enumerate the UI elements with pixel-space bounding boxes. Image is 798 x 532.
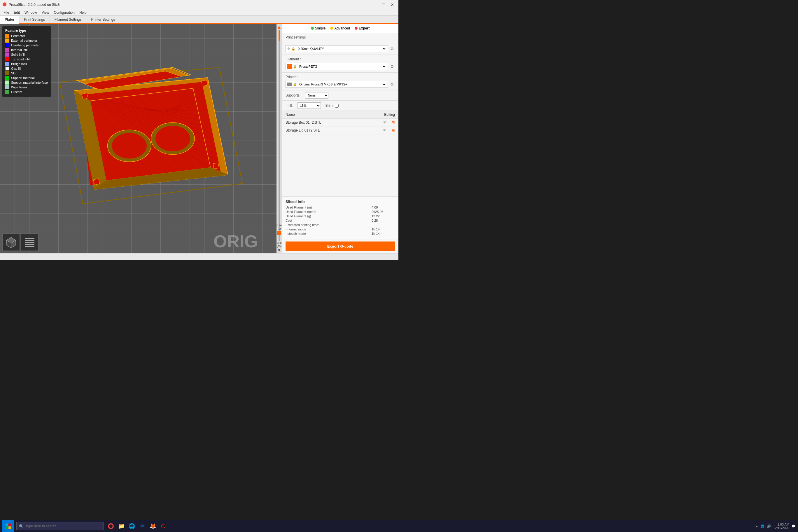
svg-rect-36 — [202, 80, 208, 86]
mode-expert[interactable]: Expert — [355, 26, 369, 30]
sliced-key-3: Cost — [286, 219, 372, 222]
sliced-row-5: - normal mode 1h 14m — [286, 228, 395, 231]
scale-bottom-sub: (1) — [277, 227, 282, 230]
sliced-info-title: Sliced Info — [286, 200, 395, 204]
svg-text:ORIG: ORIG — [213, 232, 258, 251]
sliced-val-5: 1h 14m — [372, 228, 395, 231]
printer-icon — [287, 82, 292, 86]
viewport-background: Feature type Perimeter External perimete… — [0, 24, 282, 253]
print-settings-select[interactable]: 0.20mm QUALITY — [297, 45, 386, 52]
print-settings-section: Print settings : ⚙ 🔒 0.20mm QUALITY ⚙ — [282, 33, 398, 55]
infill-select[interactable]: 15% — [298, 102, 321, 109]
tab-printer-settings[interactable]: Printer Settings — [86, 16, 120, 23]
filament-label: Filament : — [286, 57, 306, 61]
scale-up-arrow[interactable]: ▲ — [277, 24, 282, 30]
mode-simple[interactable]: Simple — [311, 26, 326, 30]
layers-icon-box[interactable] — [21, 233, 38, 251]
printer-label: Printer : — [286, 75, 306, 79]
bottom-icons — [2, 233, 38, 251]
statusbar — [0, 253, 398, 260]
svg-rect-47 — [25, 238, 34, 239]
object-eye-icon-1[interactable]: 👁 — [383, 120, 387, 125]
brim-checkbox[interactable] — [335, 104, 339, 108]
printer-section: Printer : 🔒 Original Prusa i3 MK3S & MK3… — [282, 73, 398, 90]
main-layout: Feature type Perimeter External perimete… — [0, 24, 398, 253]
menu-edit[interactable]: Edit — [12, 10, 22, 15]
tab-plater[interactable]: Plater — [0, 16, 19, 24]
name-column-header: Name — [286, 113, 295, 117]
editing-column-header: Editing — [384, 113, 395, 117]
filament-gear-button[interactable]: ⚙ — [389, 63, 395, 70]
mode-selector: Simple Advanced Expert — [282, 24, 398, 33]
sliced-row-4: Estimated printing time: — [286, 223, 395, 227]
export-gcode-button[interactable]: Export G-code — [286, 242, 395, 251]
sliced-row-0: Used Filament (m) 4.00 — [286, 206, 395, 209]
sliced-info-section: Sliced Info Used Filament (m) 4.00 Used … — [282, 196, 398, 239]
object-edit-icon-1[interactable]: ⊞ — [392, 120, 395, 125]
objects-table: Name Editing Storage Box 01 r2.STL 👁 ⊞ S… — [282, 111, 398, 196]
printer-select[interactable]: Original Prusa i3 MK3S & MK3S+ — [298, 81, 386, 88]
object-row-1[interactable]: Storage Box 01 r2.STL 👁 ⊞ — [282, 119, 398, 127]
simple-dot — [311, 27, 314, 30]
supports-label: Supports: — [286, 93, 300, 97]
object-name-1: Storage Box 01 r2.STL — [286, 120, 383, 125]
viewport[interactable]: Feature type Perimeter External perimete… — [0, 24, 282, 253]
filament-color-swatch — [287, 64, 292, 69]
scale-indicator — [277, 231, 281, 235]
svg-rect-38 — [93, 179, 99, 185]
sliced-key-6: - stealth mode — [286, 232, 372, 235]
cube-icon-box[interactable] — [2, 233, 20, 251]
maximize-button[interactable]: ❐ — [380, 2, 387, 7]
close-button[interactable]: ✕ — [388, 2, 396, 7]
brim-label: Brim: — [325, 103, 334, 108]
scale-down-arrow[interactable]: ▼ — [277, 248, 281, 253]
sliced-row-1: Used Filament (mm³) 9625.26 — [286, 210, 395, 213]
filament-select[interactable]: Prusa PETG — [298, 63, 386, 70]
sliced-val-6: 1h 14m — [372, 232, 395, 235]
filament-label-row: Filament : — [286, 57, 395, 61]
infill-brim-row: Infill: 15% Brim: — [282, 101, 398, 111]
mode-advanced[interactable]: Advanced — [330, 26, 350, 30]
print-settings-lock-icon: 🔒 — [291, 47, 296, 51]
expert-label: Expert — [359, 26, 369, 30]
tab-filament-settings[interactable]: Filament Settings — [50, 16, 87, 23]
minimize-button[interactable]: — — [371, 2, 379, 7]
print-settings-gear-button[interactable]: ⚙ — [389, 46, 395, 52]
menu-help[interactable]: Help — [77, 10, 89, 15]
object-row-2[interactable]: Storage Lid 01 r2.STL 👁 ⊞ — [282, 127, 398, 134]
object-edit-icon-2[interactable]: ⊞ — [392, 128, 395, 133]
svg-rect-49 — [25, 242, 34, 243]
tabbar: Plater Print Settings Filament Settings … — [0, 16, 398, 24]
brim-container: Brim: — [325, 103, 339, 108]
menu-window[interactable]: Window — [22, 10, 39, 15]
scale-bottom-value: 0.20 — [277, 224, 282, 227]
scale-top-value: 18.60 — [277, 242, 282, 245]
titlebar: 🔴 PrusaSlicer-2.2.0 based on Slic3r — ❐ … — [0, 0, 398, 10]
menu-configuration[interactable]: Configuration — [52, 10, 77, 15]
3d-model: ORIG — [0, 24, 282, 253]
filament-section: Filament : 🔒 Prusa PETG ⚙ — [282, 55, 398, 73]
svg-rect-37 — [213, 163, 219, 169]
sliced-val-2: 12.22 — [372, 214, 395, 218]
sliced-val-3: 0.28 — [372, 219, 395, 222]
app-icon: 🔴 — [2, 2, 7, 7]
filament-select-wrapper[interactable]: 🔒 Prusa PETG — [286, 63, 388, 70]
tab-print-settings[interactable]: Print Settings — [19, 16, 50, 23]
simple-label: Simple — [315, 26, 326, 30]
print-settings-label: Print settings : — [286, 35, 306, 43]
menu-file[interactable]: File — [1, 10, 12, 15]
sliced-val-1: 9625.26 — [372, 210, 395, 213]
printer-gear-button[interactable]: ⚙ — [389, 81, 395, 87]
svg-rect-51 — [25, 246, 34, 247]
window-controls[interactable]: — ❐ ✕ — [371, 2, 396, 7]
print-settings-select-wrapper[interactable]: ⚙ 🔒 0.20mm QUALITY — [286, 45, 388, 52]
printer-select-wrapper[interactable]: 🔒 Original Prusa i3 MK3S & MK3S+ — [286, 81, 388, 88]
supports-select[interactable]: None — [305, 92, 328, 99]
right-panel: Simple Advanced Expert Print settings : … — [282, 24, 398, 253]
menu-view[interactable]: View — [39, 10, 52, 15]
svg-rect-35 — [82, 93, 88, 99]
sliced-key-2: Used Filament (g) — [286, 214, 372, 218]
print-settings-row: Print settings : — [286, 35, 395, 43]
advanced-dot — [330, 27, 333, 30]
object-eye-icon-2[interactable]: 👁 — [383, 128, 387, 133]
